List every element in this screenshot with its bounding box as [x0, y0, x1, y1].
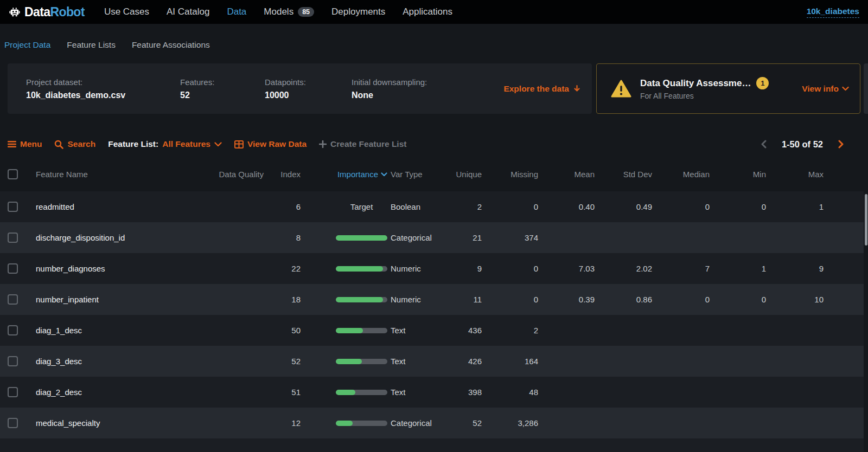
table-row[interactable]: discharge_disposition_id 8 Categorical 2…	[0, 222, 864, 253]
importance-cell	[301, 328, 387, 333]
feature-list-dropdown[interactable]: Feature List: All Features	[108, 139, 222, 149]
importance-bar-fill	[336, 359, 362, 364]
index-cell: 6	[264, 202, 301, 211]
header-importance[interactable]: Importance	[301, 170, 387, 179]
warning-triangle-icon	[611, 80, 631, 98]
importance-bar	[336, 421, 387, 426]
header-min[interactable]: Min	[710, 170, 766, 179]
vertical-scrollbar-thumb[interactable]	[865, 194, 867, 246]
var-type-cell: Text	[387, 326, 447, 335]
nav-item-deployments[interactable]: Deployments	[331, 7, 385, 17]
table-header: Feature Name Data Quality Index Importan…	[0, 162, 864, 187]
table-row[interactable]: number_inpatient 18 Numeric 11 0 0.39 0.…	[0, 284, 864, 315]
feature-name-cell[interactable]: number_inpatient	[36, 295, 209, 304]
header-max[interactable]: Max	[766, 170, 824, 179]
row-checkbox[interactable]	[8, 356, 18, 366]
row-checkbox[interactable]	[8, 418, 18, 428]
var-type-cell: Boolean	[387, 202, 447, 211]
data-quality-count-badge: 1	[756, 77, 769, 89]
header-feature-name[interactable]: Feature Name	[36, 170, 209, 179]
feature-name-cell[interactable]: readmitted	[36, 202, 209, 211]
feature-name-cell[interactable]: diag_1_desc	[36, 326, 209, 335]
search-icon	[54, 140, 63, 149]
header-median[interactable]: Median	[652, 170, 710, 179]
tab-feature-associations[interactable]: Feature Associations	[132, 40, 210, 50]
max-cell: 1	[766, 202, 824, 211]
search-button[interactable]: Search	[54, 139, 95, 149]
importance-bar	[336, 328, 387, 333]
feature-name-cell[interactable]: diag_3_desc	[36, 357, 209, 366]
header-data-quality[interactable]: Data Quality	[209, 170, 264, 179]
table-row[interactable]: readmitted 6 Target Boolean 2 0 0.40 0.4…	[0, 191, 864, 222]
menu-button[interactable]: Menu	[8, 139, 42, 149]
row-checkbox[interactable]	[8, 325, 18, 335]
table-row[interactable]: number_diagnoses 22 Numeric 9 0 7.03 2.0…	[0, 253, 864, 284]
plus-icon	[319, 140, 327, 148]
prev-page-button[interactable]	[761, 140, 767, 148]
feature-name-cell[interactable]: medical_specialty	[36, 418, 209, 428]
row-checkbox[interactable]	[8, 387, 18, 397]
nav-item-models[interactable]: Models 85	[264, 7, 314, 17]
menu-label: Menu	[20, 139, 42, 149]
header-missing[interactable]: Missing	[482, 170, 538, 179]
nav-item-applications[interactable]: Applications	[403, 7, 452, 17]
dataset-summary-panel: Project dataset: 10k_diabetes_demo.csv F…	[8, 63, 592, 114]
view-raw-data-button[interactable]: View Raw Data	[234, 139, 307, 149]
feature-name-cell[interactable]: diag_2_desc	[36, 388, 209, 397]
field-value: 10000	[265, 91, 352, 100]
var-type-cell: Categorical	[387, 418, 447, 428]
datarobot-logo[interactable]: DataRobot	[9, 5, 85, 20]
importance-bar	[336, 359, 387, 364]
nav-item-use-cases[interactable]: Use Cases	[104, 7, 149, 17]
header-mean[interactable]: Mean	[538, 170, 595, 179]
feature-name-cell[interactable]: number_diagnoses	[36, 264, 209, 273]
feature-list-value: All Features	[162, 139, 210, 149]
field-value: 10k_diabetes_demo.csv	[26, 91, 180, 100]
var-type-cell: Numeric	[387, 295, 447, 304]
table-row[interactable]: diag_1_desc 50 Text 436 2	[0, 315, 864, 346]
header-index[interactable]: Index	[264, 170, 301, 179]
tab-project-data[interactable]: Project Data	[4, 40, 50, 50]
index-cell: 8	[264, 233, 301, 242]
row-checkbox[interactable]	[8, 263, 18, 274]
data-quality-text: Data Quality Assessme… 1 For All Feature…	[640, 77, 769, 100]
table-row[interactable]: diag_2_desc 51 Text 398 48	[0, 377, 864, 408]
tab-feature-lists[interactable]: Feature Lists	[67, 40, 116, 50]
importance-cell	[301, 235, 387, 241]
create-feature-list-label: Create Feature List	[330, 139, 406, 149]
nav-item-data[interactable]: Data	[227, 7, 246, 17]
create-feature-list-button[interactable]: Create Feature List	[319, 139, 406, 149]
var-type-cell: Numeric	[387, 264, 447, 273]
header-unique[interactable]: Unique	[447, 170, 482, 179]
project-name-link[interactable]: 10k_diabetes	[807, 7, 859, 18]
pagination: 1-50 of 52	[761, 139, 844, 150]
importance-bar-fill	[336, 421, 353, 426]
row-checkbox[interactable]	[8, 202, 18, 212]
row-checkbox[interactable]	[8, 233, 18, 243]
missing-cell: 0	[482, 295, 538, 304]
nav-item-ai-catalog[interactable]: AI Catalog	[167, 7, 209, 17]
table-row[interactable]: medical_specialty 12 Categorical 52 3,28…	[0, 408, 864, 438]
unique-cell: 436	[447, 326, 482, 335]
field-features: Features: 52	[180, 78, 265, 100]
importance-bar	[336, 235, 387, 241]
importance-cell	[301, 297, 387, 302]
next-page-button[interactable]	[838, 140, 844, 148]
table-row-partial[interactable]	[0, 438, 864, 452]
hamburger-icon	[8, 140, 16, 148]
explore-data-link[interactable]: Explore the data	[503, 84, 581, 94]
explore-data-label: Explore the data	[503, 84, 569, 94]
min-cell: 0	[710, 202, 766, 211]
row-checkbox[interactable]	[8, 294, 18, 305]
table-row[interactable]: diag_3_desc 52 Text 426 164	[0, 346, 864, 377]
feature-name-cell[interactable]: discharge_disposition_id	[36, 233, 209, 242]
header-std-dev[interactable]: Std Dev	[595, 170, 652, 179]
select-all-checkbox[interactable]	[8, 169, 18, 179]
data-quality-panel: Data Quality Assessme… 1 For All Feature…	[596, 63, 860, 114]
sub-nav: Project Data Feature Lists Feature Assoc…	[0, 24, 868, 59]
field-label: Project dataset:	[26, 78, 180, 87]
unique-cell: 21	[447, 233, 482, 242]
view-info-button[interactable]: View info	[802, 84, 849, 94]
missing-cell: 164	[482, 357, 538, 366]
header-var-type[interactable]: Var Type	[387, 170, 447, 179]
